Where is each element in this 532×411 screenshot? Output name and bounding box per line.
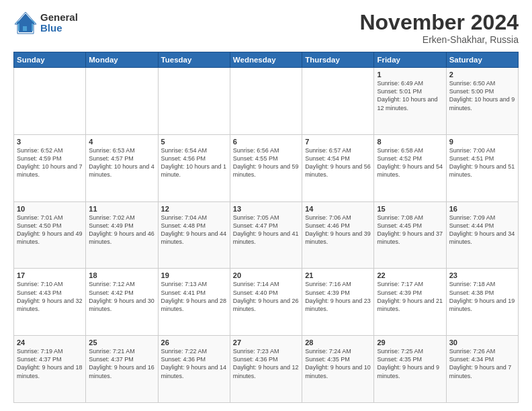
day-cell: 21Sunrise: 7:16 AM Sunset: 4:39 PM Dayli…	[302, 269, 374, 336]
day-number: 27	[233, 338, 299, 347]
day-info: Sunrise: 7:26 AM Sunset: 4:34 PM Dayligh…	[449, 347, 515, 380]
day-cell: 17Sunrise: 7:10 AM Sunset: 4:43 PM Dayli…	[14, 269, 86, 336]
day-info: Sunrise: 6:50 AM Sunset: 5:00 PM Dayligh…	[449, 79, 515, 112]
day-info: Sunrise: 6:54 AM Sunset: 4:56 PM Dayligh…	[161, 146, 227, 179]
day-number: 28	[305, 338, 371, 347]
logo: General Blue	[13, 11, 78, 35]
week-row-1: 3Sunrise: 6:52 AM Sunset: 4:59 PM Daylig…	[14, 134, 519, 201]
day-info: Sunrise: 7:05 AM Sunset: 4:47 PM Dayligh…	[233, 214, 299, 246]
day-info: Sunrise: 7:21 AM Sunset: 4:37 PM Dayligh…	[89, 347, 154, 380]
day-cell: 27Sunrise: 7:23 AM Sunset: 4:36 PM Dayli…	[230, 336, 302, 403]
page: General Blue November 2024 Erken-Shakhar…	[0, 0, 532, 411]
day-number: 10	[17, 205, 83, 213]
day-number: 19	[161, 271, 227, 279]
th-wednesday: Wednesday	[230, 52, 302, 68]
logo-icon	[13, 11, 38, 35]
day-cell: 14Sunrise: 7:06 AM Sunset: 4:46 PM Dayli…	[302, 201, 374, 269]
day-info: Sunrise: 7:13 AM Sunset: 4:41 PM Dayligh…	[161, 280, 227, 313]
day-info: Sunrise: 7:17 AM Sunset: 4:39 PM Dayligh…	[377, 280, 443, 313]
day-info: Sunrise: 6:52 AM Sunset: 4:59 PM Dayligh…	[17, 146, 83, 179]
day-number: 6	[233, 138, 299, 146]
day-info: Sunrise: 7:14 AM Sunset: 4:40 PM Dayligh…	[233, 280, 299, 313]
day-number: 25	[89, 338, 154, 347]
day-number: 20	[233, 271, 299, 279]
day-number: 2	[449, 71, 515, 79]
day-number: 23	[449, 271, 515, 279]
day-number: 12	[161, 205, 227, 213]
day-cell: 26Sunrise: 7:22 AM Sunset: 4:36 PM Dayli…	[158, 336, 230, 403]
day-cell: 19Sunrise: 7:13 AM Sunset: 4:41 PM Dayli…	[158, 269, 230, 336]
day-cell: 13Sunrise: 7:05 AM Sunset: 4:47 PM Dayli…	[230, 201, 302, 269]
day-cell: 5Sunrise: 6:54 AM Sunset: 4:56 PM Daylig…	[158, 134, 230, 201]
day-info: Sunrise: 7:02 AM Sunset: 4:49 PM Dayligh…	[89, 214, 154, 246]
day-info: Sunrise: 7:25 AM Sunset: 4:35 PM Dayligh…	[377, 347, 443, 380]
day-number: 3	[17, 138, 83, 146]
day-number: 8	[377, 138, 443, 146]
day-number: 29	[377, 338, 443, 347]
day-cell: 1Sunrise: 6:49 AM Sunset: 5:01 PM Daylig…	[374, 68, 446, 135]
day-number: 18	[89, 271, 154, 279]
day-cell: 25Sunrise: 7:21 AM Sunset: 4:37 PM Dayli…	[86, 336, 158, 403]
day-number: 9	[449, 138, 515, 146]
day-info: Sunrise: 7:16 AM Sunset: 4:39 PM Dayligh…	[305, 280, 371, 313]
day-number: 1	[377, 71, 443, 79]
th-thursday: Thursday	[302, 52, 374, 68]
day-info: Sunrise: 7:08 AM Sunset: 4:45 PM Dayligh…	[377, 214, 443, 246]
week-row-4: 24Sunrise: 7:19 AM Sunset: 4:37 PM Dayli…	[14, 336, 519, 403]
day-cell: 15Sunrise: 7:08 AM Sunset: 4:45 PM Dayli…	[374, 201, 446, 269]
day-info: Sunrise: 7:04 AM Sunset: 4:48 PM Dayligh…	[161, 214, 227, 246]
title-block: November 2024 Erken-Shakhar, Russia	[359, 11, 519, 45]
day-info: Sunrise: 7:01 AM Sunset: 4:50 PM Dayligh…	[17, 214, 83, 246]
day-info: Sunrise: 7:09 AM Sunset: 4:44 PM Dayligh…	[449, 214, 515, 246]
day-number: 17	[17, 271, 83, 279]
th-friday: Friday	[374, 52, 446, 68]
day-cell: 9Sunrise: 7:00 AM Sunset: 4:51 PM Daylig…	[446, 134, 518, 201]
header: General Blue November 2024 Erken-Shakhar…	[13, 11, 519, 45]
day-cell: 20Sunrise: 7:14 AM Sunset: 4:40 PM Dayli…	[230, 269, 302, 336]
month-title: November 2024	[359, 11, 519, 34]
day-info: Sunrise: 6:57 AM Sunset: 4:54 PM Dayligh…	[305, 146, 371, 179]
day-cell: 10Sunrise: 7:01 AM Sunset: 4:50 PM Dayli…	[14, 201, 86, 269]
th-tuesday: Tuesday	[158, 52, 230, 68]
day-number: 13	[233, 205, 299, 213]
day-info: Sunrise: 6:56 AM Sunset: 4:55 PM Dayligh…	[233, 146, 299, 179]
day-cell: 18Sunrise: 7:12 AM Sunset: 4:42 PM Dayli…	[86, 269, 158, 336]
th-saturday: Saturday	[446, 52, 518, 68]
calendar: Sunday Monday Tuesday Wednesday Thursday…	[13, 52, 519, 403]
logo-general-text: General	[40, 12, 78, 24]
day-number: 24	[17, 338, 83, 347]
week-row-2: 10Sunrise: 7:01 AM Sunset: 4:50 PM Dayli…	[14, 201, 519, 269]
day-cell: 2Sunrise: 6:50 AM Sunset: 5:00 PM Daylig…	[446, 68, 518, 135]
day-info: Sunrise: 7:22 AM Sunset: 4:36 PM Dayligh…	[161, 347, 227, 380]
day-cell	[302, 68, 374, 135]
day-cell: 16Sunrise: 7:09 AM Sunset: 4:44 PM Dayli…	[446, 201, 518, 269]
day-number: 5	[161, 138, 227, 146]
day-cell	[14, 68, 86, 135]
calendar-header: Sunday Monday Tuesday Wednesday Thursday…	[14, 52, 519, 68]
logo-text: General Blue	[40, 12, 78, 34]
day-info: Sunrise: 6:53 AM Sunset: 4:57 PM Dayligh…	[89, 146, 154, 179]
day-number: 7	[305, 138, 371, 146]
day-info: Sunrise: 7:10 AM Sunset: 4:43 PM Dayligh…	[17, 280, 83, 313]
day-number: 21	[305, 271, 371, 279]
day-number: 30	[449, 338, 515, 347]
day-number: 22	[377, 271, 443, 279]
day-cell: 11Sunrise: 7:02 AM Sunset: 4:49 PM Dayli…	[86, 201, 158, 269]
th-monday: Monday	[86, 52, 158, 68]
day-info: Sunrise: 7:23 AM Sunset: 4:36 PM Dayligh…	[233, 347, 299, 380]
day-cell	[230, 68, 302, 135]
day-info: Sunrise: 7:06 AM Sunset: 4:46 PM Dayligh…	[305, 214, 371, 246]
day-info: Sunrise: 6:58 AM Sunset: 4:52 PM Dayligh…	[377, 146, 443, 179]
day-cell: 4Sunrise: 6:53 AM Sunset: 4:57 PM Daylig…	[86, 134, 158, 201]
week-row-3: 17Sunrise: 7:10 AM Sunset: 4:43 PM Dayli…	[14, 269, 519, 336]
day-number: 11	[89, 205, 154, 213]
day-info: Sunrise: 7:24 AM Sunset: 4:35 PM Dayligh…	[305, 347, 371, 380]
day-number: 14	[305, 205, 371, 213]
day-info: Sunrise: 7:19 AM Sunset: 4:37 PM Dayligh…	[17, 347, 83, 380]
day-cell	[86, 68, 158, 135]
day-cell: 24Sunrise: 7:19 AM Sunset: 4:37 PM Dayli…	[14, 336, 86, 403]
day-cell: 30Sunrise: 7:26 AM Sunset: 4:34 PM Dayli…	[446, 336, 518, 403]
day-cell: 12Sunrise: 7:04 AM Sunset: 4:48 PM Dayli…	[158, 201, 230, 269]
day-info: Sunrise: 6:49 AM Sunset: 5:01 PM Dayligh…	[377, 79, 443, 112]
calendar-body: 1Sunrise: 6:49 AM Sunset: 5:01 PM Daylig…	[14, 68, 519, 403]
